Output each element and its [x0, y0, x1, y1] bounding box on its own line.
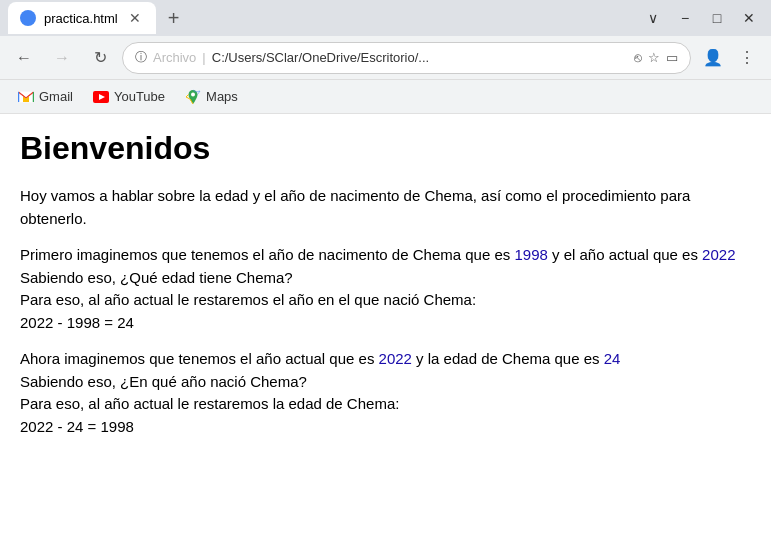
bookmark-gmail[interactable]: Gmail [12, 86, 79, 107]
minimize-button[interactable]: − [671, 4, 699, 32]
block1-calc: 2022 - 1998 = 24 [20, 314, 134, 331]
close-button[interactable]: ✕ [735, 4, 763, 32]
back-button[interactable]: ← [8, 42, 40, 74]
share-icon: ⎋ [634, 50, 642, 65]
block2-age: 24 [604, 350, 621, 367]
bookmarks-bar: Gmail YouTube Maps [0, 80, 771, 114]
block1-mid: y el año actual que es [548, 246, 702, 263]
gmail-label: Gmail [39, 89, 73, 104]
titlebar-left: practica.html ✕ + [8, 2, 639, 34]
intro-text: Hoy vamos a hablar sobre la edad y el añ… [20, 187, 690, 227]
tab-close-button[interactable]: ✕ [126, 9, 144, 27]
tab-title: practica.html [44, 11, 118, 26]
forward-button[interactable]: → [46, 42, 78, 74]
gmail-icon [18, 91, 34, 103]
profile-button[interactable]: 👤 [697, 42, 729, 74]
address-separator: | [202, 50, 205, 65]
svg-point-3 [191, 92, 195, 96]
new-tab-button[interactable]: + [160, 4, 188, 32]
maximize-button[interactable]: □ [703, 4, 731, 32]
block2-year1: 2022 [379, 350, 412, 367]
chevron-down-icon[interactable]: ∨ [639, 4, 667, 32]
block1-year1: 1998 [514, 246, 547, 263]
menu-button[interactable]: ⋮ [731, 42, 763, 74]
url-text: C:/Users/SClar/OneDrive/Escritorio/... [212, 50, 628, 65]
bookmark-maps[interactable]: Maps [179, 86, 244, 108]
block2-question: Sabiendo eso, ¿En qué año nació Chema? [20, 373, 307, 390]
block1-question: Sabiendo eso, ¿Qué edad tiene Chema? [20, 269, 293, 286]
block2-paragraph: Ahora imaginemos que tenemos el año actu… [20, 348, 751, 438]
titlebar: practica.html ✕ + ∨ − □ ✕ [0, 0, 771, 36]
intro-paragraph: Hoy vamos a hablar sobre la edad y el añ… [20, 185, 751, 230]
address-prefix: Archivo [153, 50, 196, 65]
tab-favicon [20, 10, 36, 26]
maps-icon [185, 89, 201, 105]
menu-icon: ⋮ [739, 48, 755, 67]
page-content: Bienvenidos Hoy vamos a hablar sobre la … [0, 114, 771, 514]
star-icon[interactable]: ☆ [648, 50, 660, 65]
titlebar-controls: ∨ − □ ✕ [639, 4, 763, 32]
lock-icon: ⓘ [135, 49, 147, 66]
block1-paragraph: Primero imaginemos que tenemos el año de… [20, 244, 751, 334]
profile-icon: 👤 [703, 48, 723, 67]
youtube-icon [93, 91, 109, 103]
block2-calc: 2022 - 24 = 1998 [20, 418, 134, 435]
block2-mid: y la edad de Chema que es [412, 350, 604, 367]
youtube-label: YouTube [114, 89, 165, 104]
block2-pre: Ahora imaginemos que tenemos el año actu… [20, 350, 379, 367]
block1-year2: 2022 [702, 246, 735, 263]
refresh-button[interactable]: ↻ [84, 42, 116, 74]
address-bar[interactable]: ⓘ Archivo | C:/Users/SClar/OneDrive/Escr… [122, 42, 691, 74]
navbar-right: 👤 ⋮ [697, 42, 763, 74]
block1-explanation: Para eso, al año actual le restaremos el… [20, 291, 476, 308]
page-title: Bienvenidos [20, 130, 751, 167]
sidebar-icon[interactable]: ▭ [666, 50, 678, 65]
active-tab[interactable]: practica.html ✕ [8, 2, 156, 34]
maps-label: Maps [206, 89, 238, 104]
tab-area: practica.html ✕ + [8, 2, 188, 34]
block2-explanation: Para eso, al año actual le restaremos la… [20, 395, 399, 412]
bookmark-youtube[interactable]: YouTube [87, 86, 171, 107]
block1-pre: Primero imaginemos que tenemos el año de… [20, 246, 514, 263]
navbar: ← → ↻ ⓘ Archivo | C:/Users/SClar/OneDriv… [0, 36, 771, 80]
